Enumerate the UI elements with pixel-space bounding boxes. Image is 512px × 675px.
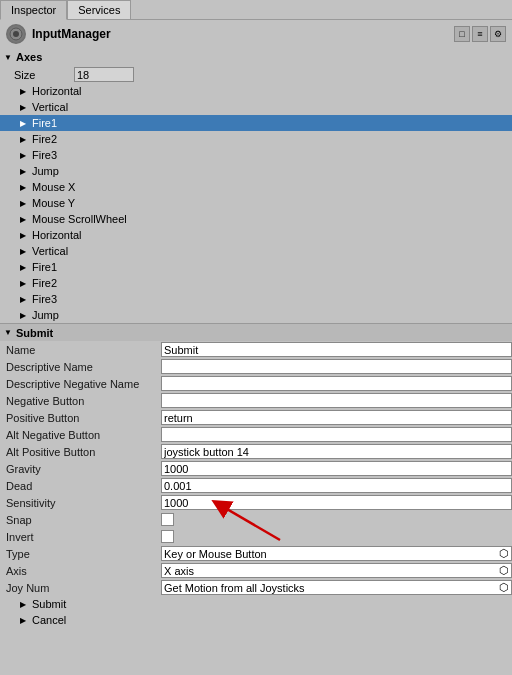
tree-item-fire3-1[interactable]: ▶ Fire3 (0, 147, 512, 163)
field-row-positive-button: Positive Button (0, 409, 512, 426)
arrow: ▶ (20, 231, 32, 240)
item-label: Cancel (32, 614, 66, 626)
tab-services-label: Services (78, 4, 120, 16)
field-label-snap: Snap (6, 514, 161, 526)
field-input-descriptive-name[interactable] (161, 359, 512, 374)
tree-item-vertical-2[interactable]: ▶ Vertical (0, 243, 512, 259)
field-select-axis[interactable]: X axis ⬡ (161, 563, 512, 578)
field-input-descriptive-negative-name[interactable] (161, 376, 512, 391)
field-label-name: Name (6, 344, 161, 356)
svg-point-1 (13, 31, 19, 37)
select-joy-num-arrow: ⬡ (499, 581, 509, 594)
tree-item-fire3-2[interactable]: ▶ Fire3 (0, 291, 512, 307)
input-manager-icon (6, 24, 26, 44)
tab-services[interactable]: Services (67, 0, 131, 19)
arrow: ▶ (20, 279, 32, 288)
field-select-joy-num[interactable]: Get Motion from all Joysticks ⬡ (161, 580, 512, 595)
field-label-dead: Dead (6, 480, 161, 492)
field-row-axis: Axis X axis ⬡ (0, 562, 512, 579)
field-label-negative-button: Negative Button (6, 395, 161, 407)
axes-label: Axes (16, 51, 42, 63)
field-row-dead: Dead (0, 477, 512, 494)
field-row-descriptive-name: Descriptive Name (0, 358, 512, 375)
tree-item-horizontal-1[interactable]: ▶ Horizontal (0, 83, 512, 99)
field-input-name[interactable] (161, 342, 512, 357)
axes-arrow: ▼ (4, 53, 16, 62)
tree-item-fire2-2[interactable]: ▶ Fire2 (0, 275, 512, 291)
field-input-positive-button[interactable] (161, 410, 512, 425)
submit-label: Submit (16, 327, 53, 339)
arrow: ▶ (20, 167, 32, 176)
arrow: ▶ (20, 215, 32, 224)
field-label-gravity: Gravity (6, 463, 161, 475)
tree-item-mousey[interactable]: ▶ Mouse Y (0, 195, 512, 211)
item-label: Horizontal (32, 85, 82, 97)
arrow: ▶ (20, 311, 32, 320)
field-input-negative-button[interactable] (161, 393, 512, 408)
tree-item-submit[interactable]: ▶ Submit (0, 596, 512, 612)
field-input-gravity[interactable] (161, 461, 512, 476)
header-title: InputManager (32, 27, 448, 41)
header-btn-1[interactable]: □ (454, 26, 470, 42)
header-btn-2[interactable]: ≡ (472, 26, 488, 42)
tree-item-fire2-1[interactable]: ▶ Fire2 (0, 131, 512, 147)
tree-item-vertical-1[interactable]: ▶ Vertical (0, 99, 512, 115)
field-input-alt-positive-button[interactable] (161, 444, 512, 459)
field-row-joy-num: Joy Num Get Motion from all Joysticks ⬡ (0, 579, 512, 596)
field-label-joy-num: Joy Num (6, 582, 161, 594)
item-label: Vertical (32, 245, 68, 257)
tree-item-fire1-1[interactable]: ▶ Fire1 (0, 115, 512, 131)
field-select-type[interactable]: Key or Mouse Button ⬡ (161, 546, 512, 561)
header-icons: □ ≡ ⚙ (454, 26, 506, 42)
item-label: Jump (32, 309, 59, 321)
field-input-dead[interactable] (161, 478, 512, 493)
item-label: Mouse Y (32, 197, 75, 209)
field-label-type: Type (6, 548, 161, 560)
item-label: Horizontal (32, 229, 82, 241)
arrow: ▶ (20, 119, 32, 128)
arrow: ▶ (20, 87, 32, 96)
field-input-alt-negative-button[interactable] (161, 427, 512, 442)
item-label: Submit (32, 598, 66, 610)
field-row-descriptive-negative-name: Descriptive Negative Name (0, 375, 512, 392)
submit-arrow: ▼ (4, 328, 16, 337)
field-label-positive-button: Positive Button (6, 412, 161, 424)
field-row-alt-negative-button: Alt Negative Button (0, 426, 512, 443)
tree-item-scrollwheel[interactable]: ▶ Mouse ScrollWheel (0, 211, 512, 227)
arrow: ▶ (20, 199, 32, 208)
item-label: Fire1 (32, 261, 57, 273)
field-checkbox-invert[interactable] (161, 530, 174, 543)
tree-item-cancel[interactable]: ▶ Cancel (0, 612, 512, 628)
item-label: Mouse ScrollWheel (32, 213, 127, 225)
tab-inspector[interactable]: Inspector (0, 0, 67, 20)
size-label: Size (14, 69, 74, 81)
field-row-gravity: Gravity (0, 460, 512, 477)
select-type-arrow: ⬡ (499, 547, 509, 560)
field-input-sensitivity[interactable] (161, 495, 512, 510)
axes-header[interactable]: ▼ Axes (0, 48, 512, 66)
arrow: ▶ (20, 616, 32, 625)
size-input[interactable] (74, 67, 134, 82)
field-checkbox-snap[interactable] (161, 513, 174, 526)
header-btn-3[interactable]: ⚙ (490, 26, 506, 42)
select-type-value: Key or Mouse Button (164, 548, 267, 560)
field-row-negative-button: Negative Button (0, 392, 512, 409)
size-row: Size (0, 66, 512, 83)
submit-header[interactable]: ▼ Submit (0, 323, 512, 341)
field-label-invert: Invert (6, 531, 161, 543)
field-label-descriptive-name: Descriptive Name (6, 361, 161, 373)
tab-bar: Inspector Services (0, 0, 512, 20)
tree-item-jump-1[interactable]: ▶ Jump (0, 163, 512, 179)
item-label: Jump (32, 165, 59, 177)
content-area: ▼ Axes Size ▶ Horizontal ▶ Vertical ▶ Fi… (0, 48, 512, 675)
tree-item-mousex[interactable]: ▶ Mouse X (0, 179, 512, 195)
field-label-descriptive-negative-name: Descriptive Negative Name (6, 378, 161, 390)
field-row-snap: Snap (0, 511, 512, 528)
arrow: ▶ (20, 263, 32, 272)
tree-item-fire1-2[interactable]: ▶ Fire1 (0, 259, 512, 275)
tree-item-horizontal-2[interactable]: ▶ Horizontal (0, 227, 512, 243)
field-row-alt-positive-button: Alt Positive Button (0, 443, 512, 460)
field-row-name: Name (0, 341, 512, 358)
tree-item-jump-2[interactable]: ▶ Jump (0, 307, 512, 323)
arrow: ▶ (20, 135, 32, 144)
